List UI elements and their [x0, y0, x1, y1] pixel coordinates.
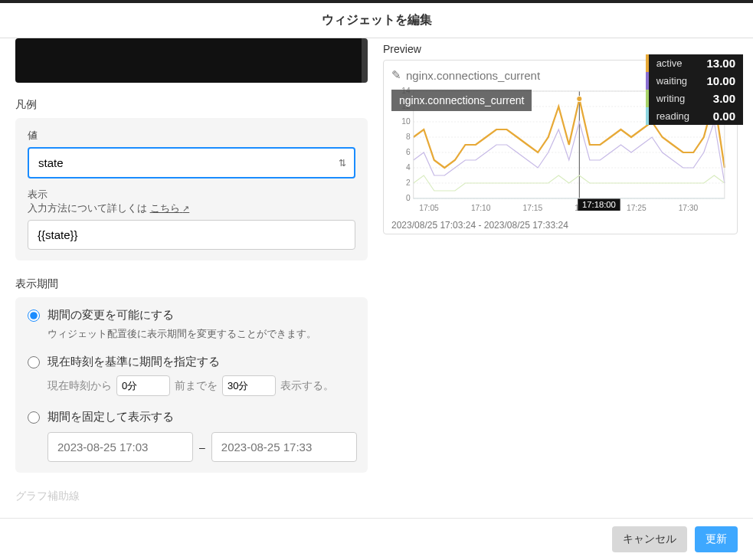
period-opt2-post: 表示する。: [280, 379, 334, 393]
chart-metric-title: nginx.connections_current: [406, 69, 540, 82]
config-preview-dark: [15, 38, 368, 83]
legend-name: waiting: [656, 75, 689, 87]
svg-text:10: 10: [401, 117, 411, 126]
legend-row: active13.00: [646, 54, 743, 72]
period-opt2-mid: 前までを: [175, 379, 218, 393]
period-radio-fixed[interactable]: [28, 411, 40, 424]
chart-tooltip-title: nginx.connections_current: [391, 90, 532, 111]
svg-text:17:30: 17:30: [679, 204, 699, 212]
svg-text:17:15: 17:15: [523, 204, 543, 212]
period-fixed-to-input[interactable]: [211, 432, 357, 462]
svg-text:8: 8: [406, 133, 411, 141]
svg-point-23: [577, 97, 582, 102]
legend-row: reading0.00: [646, 107, 743, 125]
preview-label: Preview: [383, 43, 738, 55]
svg-text:17:05: 17:05: [419, 204, 439, 212]
value-select[interactable]: state: [28, 147, 355, 178]
svg-text:0: 0: [406, 194, 411, 202]
legend-name: reading: [656, 110, 689, 122]
svg-text:17:10: 17:10: [471, 204, 491, 212]
period-opt1-label: 期間の変更を可能にする: [47, 308, 174, 323]
external-link-icon: ↗: [182, 204, 189, 213]
period-panel: 期間の変更を可能にする ウィジェット配置後に表示期間を変更することができます。 …: [15, 297, 368, 473]
help-text: 入力方法について詳しくは: [28, 202, 150, 214]
help-link[interactable]: こちら ↗: [150, 202, 190, 214]
period-section-title: 表示期間: [15, 277, 368, 291]
period-fixed-dash: –: [199, 441, 205, 454]
pencil-icon[interactable]: ✎: [391, 68, 401, 82]
legend-value: 10.00: [697, 74, 735, 87]
legend-name: active: [656, 57, 689, 69]
modal-footer: キャンセル 更新: [0, 518, 753, 560]
modal-title: ウィジェットを編集: [0, 0, 753, 38]
cancel-button[interactable]: キャンセル: [612, 526, 687, 552]
legend-value: 13.00: [697, 57, 735, 70]
svg-text:2: 2: [406, 178, 411, 187]
period-opt2-label: 現在時刻を基準に期間を指定する: [47, 355, 220, 369]
value-select-wrap: state ⇅: [28, 147, 355, 178]
period-relative-from-select[interactable]: 0分: [116, 375, 170, 396]
chart-range-text: 2023/08/25 17:03:24 - 2023/08/25 17:33:2…: [391, 220, 729, 231]
period-opt1-desc: ウィジェット配置後に表示期間を変更することができます。: [47, 327, 355, 341]
value-field-label: 値: [28, 129, 355, 142]
svg-text:6: 6: [406, 148, 411, 156]
display-field-label: 表示: [28, 188, 47, 200]
legend-name: writing: [656, 93, 689, 104]
period-relative-span-select[interactable]: 30分: [222, 375, 276, 396]
period-radio-relative[interactable]: [28, 356, 40, 368]
chart-container: ✎ nginx.connections_current nginx.connec…: [383, 60, 738, 234]
aux-line-title: グラフ補助線: [15, 490, 368, 503]
legend-panel: 値 state ⇅ 表示 入力方法について詳しくは こちら ↗: [15, 118, 368, 260]
svg-text:17:18:00: 17:18:00: [582, 200, 616, 209]
period-opt3-label: 期間を固定して表示する: [47, 410, 174, 424]
legend-row: writing3.00: [646, 90, 743, 107]
legend-value: 0.00: [697, 110, 735, 123]
legend-section-title: 凡例: [15, 98, 368, 112]
period-radio-changeable[interactable]: [28, 309, 40, 322]
right-column: Preview ✎ nginx.connections_current ngin…: [383, 38, 738, 504]
update-button[interactable]: 更新: [695, 526, 738, 552]
svg-text:4: 4: [406, 163, 411, 172]
legend-value: 3.00: [697, 92, 735, 105]
modal-body: 凡例 値 state ⇅ 表示 入力方法について詳しくは こちら ↗ 表示期間 …: [0, 38, 753, 504]
display-format-input[interactable]: [28, 220, 355, 250]
left-column: 凡例 値 state ⇅ 表示 入力方法について詳しくは こちら ↗ 表示期間 …: [15, 38, 383, 504]
svg-text:17:25: 17:25: [627, 204, 647, 212]
chart-legend-box: active13.00waiting10.00writing3.00readin…: [646, 54, 743, 125]
period-fixed-from-input[interactable]: [47, 432, 193, 462]
period-opt2-pre: 現在時刻から: [47, 379, 112, 393]
legend-row: waiting10.00: [646, 72, 743, 90]
